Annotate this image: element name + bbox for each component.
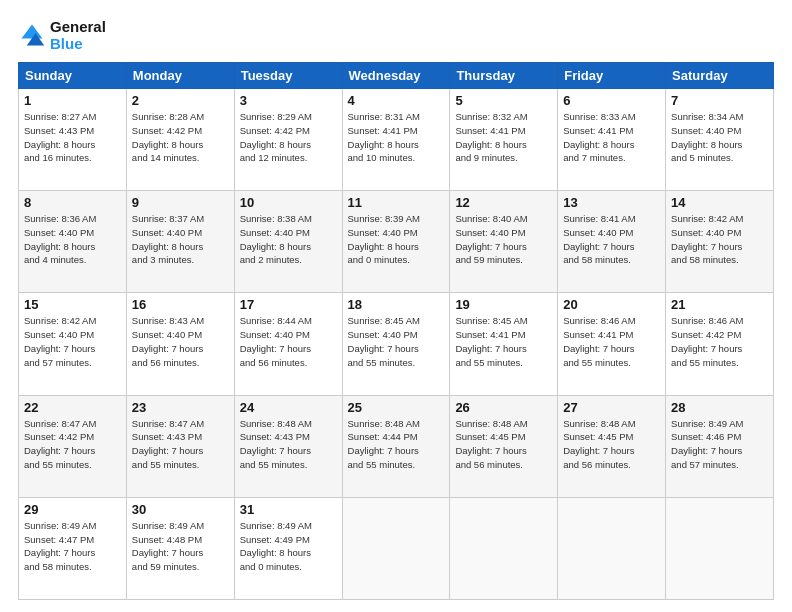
calendar-day-cell: 31Sunrise: 8:49 AM Sunset: 4:49 PM Dayli… xyxy=(234,497,342,599)
calendar-day-cell: 29Sunrise: 8:49 AM Sunset: 4:47 PM Dayli… xyxy=(19,497,127,599)
day-info: Sunrise: 8:40 AM Sunset: 4:40 PM Dayligh… xyxy=(455,212,552,267)
day-number: 1 xyxy=(24,93,121,108)
day-info: Sunrise: 8:43 AM Sunset: 4:40 PM Dayligh… xyxy=(132,314,229,369)
day-number: 3 xyxy=(240,93,337,108)
day-number: 4 xyxy=(348,93,445,108)
day-number: 29 xyxy=(24,502,121,517)
calendar-day-cell: 18Sunrise: 8:45 AM Sunset: 4:40 PM Dayli… xyxy=(342,293,450,395)
logo-icon xyxy=(18,21,46,49)
day-number: 7 xyxy=(671,93,768,108)
day-info: Sunrise: 8:38 AM Sunset: 4:40 PM Dayligh… xyxy=(240,212,337,267)
calendar-day-cell: 8Sunrise: 8:36 AM Sunset: 4:40 PM Daylig… xyxy=(19,191,127,293)
calendar-day-cell: 20Sunrise: 8:46 AM Sunset: 4:41 PM Dayli… xyxy=(558,293,666,395)
logo: General Blue xyxy=(18,18,106,52)
calendar-day-cell: 23Sunrise: 8:47 AM Sunset: 4:43 PM Dayli… xyxy=(126,395,234,497)
day-info: Sunrise: 8:29 AM Sunset: 4:42 PM Dayligh… xyxy=(240,110,337,165)
day-info: Sunrise: 8:48 AM Sunset: 4:45 PM Dayligh… xyxy=(563,417,660,472)
day-number: 17 xyxy=(240,297,337,312)
day-info: Sunrise: 8:32 AM Sunset: 4:41 PM Dayligh… xyxy=(455,110,552,165)
day-info: Sunrise: 8:27 AM Sunset: 4:43 PM Dayligh… xyxy=(24,110,121,165)
calendar-day-cell: 5Sunrise: 8:32 AM Sunset: 4:41 PM Daylig… xyxy=(450,89,558,191)
calendar-day-cell: 12Sunrise: 8:40 AM Sunset: 4:40 PM Dayli… xyxy=(450,191,558,293)
day-info: Sunrise: 8:42 AM Sunset: 4:40 PM Dayligh… xyxy=(671,212,768,267)
calendar-day-cell: 21Sunrise: 8:46 AM Sunset: 4:42 PM Dayli… xyxy=(666,293,774,395)
day-number: 18 xyxy=(348,297,445,312)
day-info: Sunrise: 8:28 AM Sunset: 4:42 PM Dayligh… xyxy=(132,110,229,165)
day-info: Sunrise: 8:47 AM Sunset: 4:42 PM Dayligh… xyxy=(24,417,121,472)
weekday-header-cell: Saturday xyxy=(666,63,774,89)
calendar-day-cell: 25Sunrise: 8:48 AM Sunset: 4:44 PM Dayli… xyxy=(342,395,450,497)
calendar-day-cell: 14Sunrise: 8:42 AM Sunset: 4:40 PM Dayli… xyxy=(666,191,774,293)
calendar-day-cell: 9Sunrise: 8:37 AM Sunset: 4:40 PM Daylig… xyxy=(126,191,234,293)
day-number: 8 xyxy=(24,195,121,210)
calendar-day-cell xyxy=(558,497,666,599)
calendar-day-cell xyxy=(666,497,774,599)
day-number: 16 xyxy=(132,297,229,312)
day-number: 22 xyxy=(24,400,121,415)
day-info: Sunrise: 8:33 AM Sunset: 4:41 PM Dayligh… xyxy=(563,110,660,165)
day-info: Sunrise: 8:49 AM Sunset: 4:46 PM Dayligh… xyxy=(671,417,768,472)
calendar-week-row: 1Sunrise: 8:27 AM Sunset: 4:43 PM Daylig… xyxy=(19,89,774,191)
calendar-day-cell: 2Sunrise: 8:28 AM Sunset: 4:42 PM Daylig… xyxy=(126,89,234,191)
day-number: 19 xyxy=(455,297,552,312)
day-info: Sunrise: 8:47 AM Sunset: 4:43 PM Dayligh… xyxy=(132,417,229,472)
day-info: Sunrise: 8:48 AM Sunset: 4:43 PM Dayligh… xyxy=(240,417,337,472)
day-number: 11 xyxy=(348,195,445,210)
weekday-header-cell: Monday xyxy=(126,63,234,89)
calendar-day-cell: 4Sunrise: 8:31 AM Sunset: 4:41 PM Daylig… xyxy=(342,89,450,191)
day-info: Sunrise: 8:37 AM Sunset: 4:40 PM Dayligh… xyxy=(132,212,229,267)
calendar-day-cell: 17Sunrise: 8:44 AM Sunset: 4:40 PM Dayli… xyxy=(234,293,342,395)
day-number: 31 xyxy=(240,502,337,517)
calendar-week-row: 29Sunrise: 8:49 AM Sunset: 4:47 PM Dayli… xyxy=(19,497,774,599)
day-info: Sunrise: 8:42 AM Sunset: 4:40 PM Dayligh… xyxy=(24,314,121,369)
day-info: Sunrise: 8:46 AM Sunset: 4:42 PM Dayligh… xyxy=(671,314,768,369)
weekday-header-cell: Wednesday xyxy=(342,63,450,89)
day-number: 28 xyxy=(671,400,768,415)
day-info: Sunrise: 8:48 AM Sunset: 4:44 PM Dayligh… xyxy=(348,417,445,472)
day-info: Sunrise: 8:45 AM Sunset: 4:41 PM Dayligh… xyxy=(455,314,552,369)
calendar-day-cell: 24Sunrise: 8:48 AM Sunset: 4:43 PM Dayli… xyxy=(234,395,342,497)
day-info: Sunrise: 8:41 AM Sunset: 4:40 PM Dayligh… xyxy=(563,212,660,267)
day-info: Sunrise: 8:34 AM Sunset: 4:40 PM Dayligh… xyxy=(671,110,768,165)
calendar-day-cell: 15Sunrise: 8:42 AM Sunset: 4:40 PM Dayli… xyxy=(19,293,127,395)
header: General Blue xyxy=(18,18,774,52)
logo-text: General Blue xyxy=(50,18,106,52)
calendar-week-row: 8Sunrise: 8:36 AM Sunset: 4:40 PM Daylig… xyxy=(19,191,774,293)
day-number: 26 xyxy=(455,400,552,415)
day-number: 20 xyxy=(563,297,660,312)
calendar-day-cell: 28Sunrise: 8:49 AM Sunset: 4:46 PM Dayli… xyxy=(666,395,774,497)
calendar-day-cell: 7Sunrise: 8:34 AM Sunset: 4:40 PM Daylig… xyxy=(666,89,774,191)
calendar-day-cell: 16Sunrise: 8:43 AM Sunset: 4:40 PM Dayli… xyxy=(126,293,234,395)
weekday-header-row: SundayMondayTuesdayWednesdayThursdayFrid… xyxy=(19,63,774,89)
calendar-table: SundayMondayTuesdayWednesdayThursdayFrid… xyxy=(18,62,774,600)
day-number: 12 xyxy=(455,195,552,210)
day-number: 6 xyxy=(563,93,660,108)
day-info: Sunrise: 8:36 AM Sunset: 4:40 PM Dayligh… xyxy=(24,212,121,267)
calendar-day-cell: 3Sunrise: 8:29 AM Sunset: 4:42 PM Daylig… xyxy=(234,89,342,191)
day-number: 14 xyxy=(671,195,768,210)
calendar-day-cell: 26Sunrise: 8:48 AM Sunset: 4:45 PM Dayli… xyxy=(450,395,558,497)
weekday-header-cell: Tuesday xyxy=(234,63,342,89)
calendar-day-cell: 30Sunrise: 8:49 AM Sunset: 4:48 PM Dayli… xyxy=(126,497,234,599)
day-info: Sunrise: 8:45 AM Sunset: 4:40 PM Dayligh… xyxy=(348,314,445,369)
calendar-day-cell: 10Sunrise: 8:38 AM Sunset: 4:40 PM Dayli… xyxy=(234,191,342,293)
svg-marker-0 xyxy=(22,25,43,39)
calendar-day-cell: 1Sunrise: 8:27 AM Sunset: 4:43 PM Daylig… xyxy=(19,89,127,191)
day-number: 9 xyxy=(132,195,229,210)
calendar-week-row: 22Sunrise: 8:47 AM Sunset: 4:42 PM Dayli… xyxy=(19,395,774,497)
day-info: Sunrise: 8:49 AM Sunset: 4:47 PM Dayligh… xyxy=(24,519,121,574)
day-number: 27 xyxy=(563,400,660,415)
day-number: 5 xyxy=(455,93,552,108)
day-number: 10 xyxy=(240,195,337,210)
weekday-header-cell: Friday xyxy=(558,63,666,89)
day-info: Sunrise: 8:49 AM Sunset: 4:48 PM Dayligh… xyxy=(132,519,229,574)
calendar-day-cell: 19Sunrise: 8:45 AM Sunset: 4:41 PM Dayli… xyxy=(450,293,558,395)
weekday-header-cell: Sunday xyxy=(19,63,127,89)
day-number: 30 xyxy=(132,502,229,517)
day-info: Sunrise: 8:46 AM Sunset: 4:41 PM Dayligh… xyxy=(563,314,660,369)
calendar-day-cell: 6Sunrise: 8:33 AM Sunset: 4:41 PM Daylig… xyxy=(558,89,666,191)
day-number: 25 xyxy=(348,400,445,415)
day-info: Sunrise: 8:48 AM Sunset: 4:45 PM Dayligh… xyxy=(455,417,552,472)
day-number: 21 xyxy=(671,297,768,312)
day-number: 24 xyxy=(240,400,337,415)
